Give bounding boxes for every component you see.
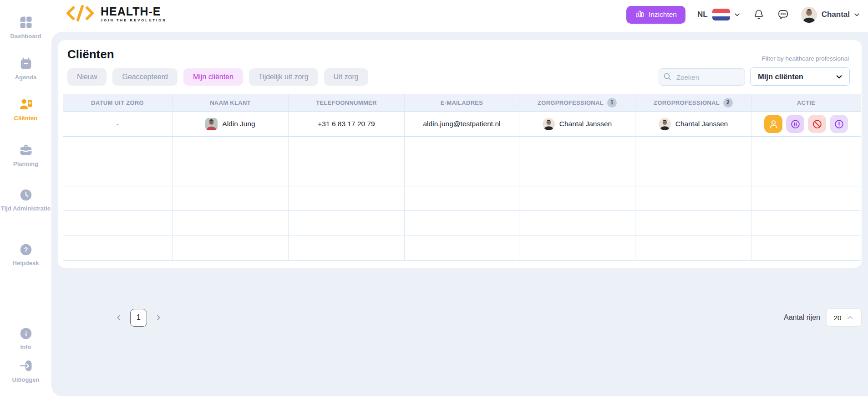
rows-per-page-select[interactable]: 20 [826, 308, 862, 327]
rows-per-page-value: 20 [834, 314, 842, 322]
table-empty-cell [289, 236, 405, 261]
pause-client-button[interactable] [786, 115, 804, 133]
table-empty-cell [289, 186, 405, 211]
sidebar-item-label: Uitloggen [0, 376, 51, 384]
chevron-up-icon [846, 314, 854, 322]
previous-page-button[interactable] [115, 314, 122, 321]
sidebar-item-info[interactable]: i Info [0, 327, 51, 351]
professional-avatar [543, 118, 555, 130]
professional-avatar [659, 118, 671, 130]
client-avatar [205, 118, 218, 130]
user-name: Chantal [822, 10, 850, 19]
alert-client-button[interactable] [830, 115, 848, 133]
sidebar-item-agenda[interactable]: Agenda [0, 56, 51, 81]
table-empty-cell [635, 137, 751, 161]
column-header-zorgprofessional-1: ZORGPROFESSIONAL1 [519, 94, 635, 112]
sidebar-item-helpdesk[interactable]: ? Helpdesk [0, 243, 51, 267]
column-header-telefoonnummer: TELEFOONNUMMER [289, 94, 405, 112]
chevron-left-icon [115, 314, 122, 321]
column-header-datum-uit-zorg: DATUM UIT ZORG [63, 94, 173, 112]
sidebar-item-label: Helpdesk [0, 260, 51, 267]
cell-naam-klant[interactable]: Aldin Jung [173, 112, 289, 137]
insights-button[interactable]: Inzichten [626, 6, 685, 24]
table-empty-cell [63, 137, 173, 161]
row-actions [764, 115, 848, 133]
rows-per-page: Aantal rijen 20 [784, 308, 862, 327]
svg-text:i: i [25, 330, 26, 338]
table-empty-cell [751, 186, 861, 211]
tab-nieuw[interactable]: Nieuw [67, 68, 107, 86]
search-box [659, 68, 745, 86]
sidebar-item-dashboard[interactable]: Dashboard [0, 15, 51, 40]
block-circle-icon [812, 119, 822, 129]
table-empty-cell [405, 137, 519, 161]
next-page-button[interactable] [155, 314, 162, 321]
cell-datum-uit-zorg: - [63, 112, 173, 137]
code-brackets-icon [65, 4, 95, 24]
status-filter-tabs: Nieuw Geaccepteerd Mijn cliënten Tijdeli… [67, 68, 368, 86]
insights-button-label: Inzichten [649, 10, 677, 19]
column-badge: 1 [607, 98, 617, 108]
user-menu-chevron-down-icon[interactable] [853, 11, 860, 18]
clients-table: DATUM UIT ZORG NAAM KLANT TELEFOONNUMMER… [63, 94, 861, 261]
professional-name: Chantal Janssen [675, 120, 728, 128]
dashboard-grid-icon [19, 15, 33, 29]
content-area: Cliënten Nieuw Geaccepteerd Mijn cliënte… [51, 32, 868, 396]
briefcase-icon [19, 143, 33, 157]
logout-icon [19, 359, 33, 373]
professional-filter-label: Filter by healthcare professional [762, 55, 849, 62]
sidebar-item-label: Agenda [0, 74, 51, 81]
sidebar-item-clienten[interactable]: Cliënten [0, 97, 51, 122]
professional-filter-value: Mijn cliënten [758, 72, 835, 81]
tab-geaccepteerd[interactable]: Geaccepteerd [112, 68, 178, 86]
tab-tijdelijk-uit-zorg[interactable]: Tijdelijk uit zorg [249, 68, 318, 86]
table-empty-cell [63, 161, 173, 186]
svg-text:?: ? [24, 246, 28, 253]
sidebar-item-label: Tijd Administratie [0, 205, 51, 212]
sidebar-item-tijd-administratie[interactable]: Tijd Administratie [0, 189, 51, 212]
brand-logo[interactable]: HEALTH-E JOIN THE REVOLUTION [65, 4, 167, 24]
client-profile-button[interactable] [764, 115, 782, 133]
clients-person-icon [19, 97, 33, 111]
table-empty-cell [289, 137, 405, 161]
bell-icon[interactable] [753, 9, 764, 21]
question-circle-icon: ? [19, 243, 33, 257]
table-empty-cell [173, 236, 289, 261]
language-code: NL [697, 10, 708, 19]
table-empty-cell [405, 211, 519, 236]
table-empty-cell [751, 161, 861, 186]
table-empty-cell [173, 211, 289, 236]
pagination: 1 [115, 308, 162, 327]
column-badge: 2 [723, 98, 733, 108]
table-empty-cell [289, 161, 405, 186]
block-client-button[interactable] [808, 115, 826, 133]
table-empty-cell [519, 211, 635, 236]
cell-zorgprofessional-1: Chantal Janssen [519, 112, 635, 137]
rows-per-page-label: Aantal rijen [784, 313, 820, 322]
professional-filter-select[interactable]: Mijn cliënten [750, 67, 850, 86]
cell-telefoonnummer: +31 6 83 17 20 79 [289, 112, 405, 137]
table-empty-cell [63, 236, 173, 261]
tab-uit-zorg[interactable]: Uit zorg [324, 68, 368, 86]
table-empty-cell [751, 211, 861, 236]
user-avatar[interactable] [801, 7, 817, 23]
table-empty-cell [63, 211, 173, 236]
person-icon [768, 119, 779, 129]
sidebar-item-uitloggen[interactable]: Uitloggen [0, 359, 51, 384]
cell-zorgprofessional-2: Chantal Janssen [635, 112, 751, 137]
sidebar-item-label: Dashboard [0, 33, 51, 40]
page-number-button[interactable]: 1 [130, 309, 147, 327]
table-empty-cell [173, 137, 289, 161]
table-empty-cell [751, 236, 861, 261]
chat-bubble-icon[interactable] [777, 9, 789, 21]
sidebar: Dashboard Agenda Cliënten Planning Tijd … [0, 0, 51, 400]
header-actions: Inzichten NL Chantal [626, 5, 860, 24]
tab-mijn-clienten[interactable]: Mijn cliënten [183, 68, 243, 86]
clock-icon [19, 189, 33, 202]
table-empty-cell [519, 161, 635, 186]
clients-panel: Cliënten Nieuw Geaccepteerd Mijn cliënte… [58, 40, 862, 268]
table-empty-cell [751, 137, 861, 161]
sidebar-item-planning[interactable]: Planning [0, 143, 51, 168]
language-chevron-down-icon[interactable] [734, 11, 741, 18]
sidebar-item-label: Cliënten [0, 115, 51, 122]
